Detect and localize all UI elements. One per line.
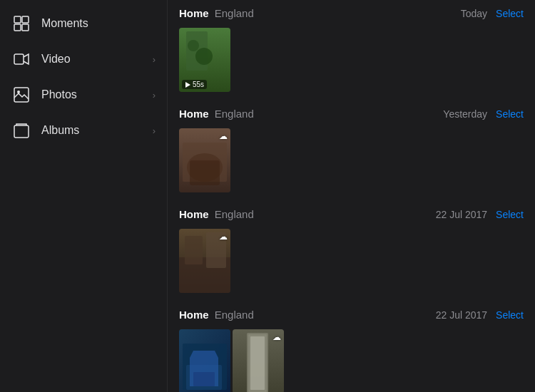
section-jul-1: Home England 22 Jul 2017 Select bbox=[168, 201, 535, 301]
svg-rect-16 bbox=[190, 160, 220, 185]
location-primary-3: Home bbox=[179, 208, 209, 220]
location-primary-4: Home bbox=[179, 309, 209, 321]
section-date-3: 22 Jul 2017 bbox=[436, 209, 487, 220]
svg-rect-3 bbox=[22, 24, 29, 31]
section-today: Home England Today Select bbox=[168, 0, 535, 100]
sidebar-item-moments-label: Moments bbox=[41, 17, 88, 30]
photo-thumb-4[interactable] bbox=[179, 329, 230, 392]
section-location-jul-2: Home England bbox=[179, 309, 254, 321]
svg-point-10 bbox=[188, 40, 199, 51]
photos-icon bbox=[11, 85, 31, 105]
albums-icon bbox=[11, 120, 31, 140]
svg-marker-12 bbox=[185, 82, 190, 88]
section-header-today: Home England Today Select bbox=[168, 0, 535, 25]
photos-grid-2: ☁ bbox=[168, 125, 535, 201]
section-header-yesterday: Home England Yesterday Select bbox=[168, 100, 535, 125]
location-primary-2: Home bbox=[179, 108, 209, 120]
svg-rect-4 bbox=[14, 54, 24, 64]
section-jul-2: Home England 22 Jul 2017 Select bbox=[168, 301, 535, 392]
section-date-1: Today bbox=[461, 8, 487, 19]
select-button-1[interactable]: Select bbox=[496, 8, 524, 19]
section-yesterday: Home England Yesterday Select bbox=[168, 100, 535, 201]
section-location-yesterday: Home England bbox=[179, 108, 254, 120]
video-icon bbox=[11, 49, 31, 69]
cloud-icon-5: ☁ bbox=[272, 332, 281, 342]
sidebar: Moments Video › Photos › Al bbox=[0, 0, 168, 392]
sidebar-item-photos-label: Photos bbox=[41, 88, 77, 101]
moments-icon bbox=[11, 14, 31, 33]
photo-thumb-2[interactable]: ☁ bbox=[179, 128, 230, 192]
photos-grid-4: ☁ bbox=[168, 326, 535, 392]
select-button-2[interactable]: Select bbox=[496, 108, 524, 120]
section-date-4: 22 Jul 2017 bbox=[436, 309, 487, 321]
location-secondary-3: England bbox=[215, 208, 254, 220]
photo-thumb-3[interactable]: ☁ bbox=[179, 229, 230, 293]
photos-grid-1: 55s bbox=[168, 25, 535, 100]
svg-rect-1 bbox=[22, 16, 29, 23]
albums-chevron-icon: › bbox=[153, 125, 156, 136]
section-date-2: Yesterday bbox=[443, 108, 487, 120]
select-button-3[interactable]: Select bbox=[496, 209, 524, 220]
photos-grid-3: ☁ bbox=[168, 226, 535, 301]
section-header-jul-1: Home England 22 Jul 2017 Select bbox=[168, 201, 535, 226]
sidebar-item-video-label: Video bbox=[41, 53, 71, 66]
video-duration-badge: 55s bbox=[182, 80, 207, 89]
svg-rect-24 bbox=[193, 372, 215, 386]
cloud-icon-3: ☁ bbox=[219, 232, 228, 242]
sidebar-item-albums-label: Albums bbox=[41, 124, 79, 137]
section-location-jul-1: Home England bbox=[179, 208, 254, 220]
svg-rect-0 bbox=[14, 16, 21, 23]
svg-rect-7 bbox=[14, 125, 29, 138]
section-header-jul-2: Home England 22 Jul 2017 Select bbox=[168, 301, 535, 326]
sidebar-item-albums[interactable]: Albums › bbox=[0, 113, 167, 148]
location-secondary-1: England bbox=[215, 7, 254, 19]
location-secondary-2: England bbox=[215, 108, 254, 120]
cloud-icon-2: ☁ bbox=[219, 131, 228, 141]
video-chevron-icon: › bbox=[153, 54, 156, 65]
photos-chevron-icon: › bbox=[153, 90, 156, 100]
photo-thumb-5[interactable]: ☁ bbox=[233, 329, 284, 392]
main-content: Home England Today Select bbox=[168, 0, 535, 392]
section-location-today: Home England bbox=[179, 7, 254, 19]
photo-thumb-1[interactable]: 55s bbox=[179, 28, 230, 92]
svg-rect-19 bbox=[185, 236, 203, 264]
location-primary-1: Home bbox=[179, 7, 209, 19]
sidebar-item-video[interactable]: Video › bbox=[0, 41, 167, 77]
location-secondary-4: England bbox=[215, 309, 254, 321]
svg-rect-28 bbox=[250, 336, 265, 390]
select-button-4[interactable]: Select bbox=[496, 309, 524, 321]
sidebar-item-moments[interactable]: Moments bbox=[0, 6, 167, 41]
svg-rect-2 bbox=[14, 24, 21, 31]
svg-point-11 bbox=[195, 48, 213, 65]
sidebar-item-photos[interactable]: Photos › bbox=[0, 77, 167, 113]
